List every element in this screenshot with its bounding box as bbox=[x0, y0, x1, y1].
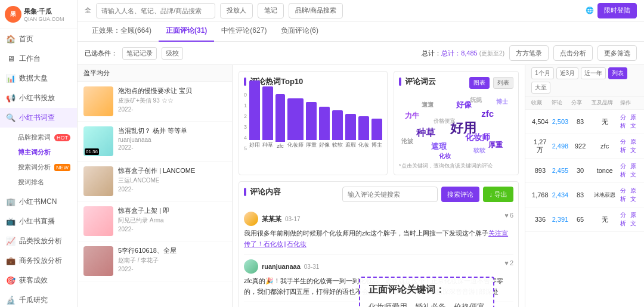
word-liuliu[interactable]: 遛遛 bbox=[422, 101, 434, 109]
filter-tag-level[interactable]: 级校 bbox=[162, 47, 183, 60]
bar-2[interactable] bbox=[275, 94, 285, 142]
stats-action-analyze-4[interactable]: 分析 bbox=[620, 211, 628, 228]
word-huazhuangshi[interactable]: 化妆师 bbox=[465, 132, 490, 143]
sidebar-item-databoard[interactable]: 📊 数据大盘 bbox=[0, 69, 77, 88]
word-houzhong[interactable]: 厚重 bbox=[488, 140, 503, 150]
product-item-4[interactable]: 5李行610618、全屋 赵南子 / 李花子 2022- bbox=[78, 241, 232, 281]
stats-action-text-3[interactable]: 原文 bbox=[630, 187, 638, 203]
stats-action-text-0[interactable]: 原文 bbox=[630, 113, 638, 130]
product-item-3[interactable]: 惊喜盒子上架 | 即 阿见已约录 Arma 2022- bbox=[78, 201, 232, 241]
bar-0[interactable] bbox=[249, 80, 260, 140]
word-jiage[interactable]: 价格便宜 bbox=[434, 117, 455, 125]
comment-header: 评论内容 搜索评论 ↓ 导出 bbox=[244, 187, 513, 202]
word-liniu[interactable]: 力牛 bbox=[405, 111, 419, 121]
stats-share-2: 30 bbox=[571, 167, 589, 174]
time-btn-list[interactable]: 列表 bbox=[608, 67, 627, 79]
filter-all-notes-btn[interactable]: 方方笔录 bbox=[509, 45, 549, 61]
filter-more-btn[interactable]: 更多筛选 bbox=[597, 45, 637, 61]
sidebar-item-put[interactable]: 📢 小红书投放 bbox=[0, 88, 77, 108]
word-boshi[interactable]: 博士 bbox=[496, 98, 508, 106]
comment-export-btn[interactable]: ↓ 导出 bbox=[483, 187, 513, 202]
bar-8[interactable] bbox=[358, 116, 369, 140]
stats-row-2: 893 2,455 30 tonce 分析 原文 bbox=[525, 159, 644, 183]
topbar: 全 投放人 笔记 品牌/商品搜索 🌐 限时登陆 bbox=[78, 0, 644, 21]
word-lunbo[interactable]: 沦波 bbox=[401, 137, 413, 145]
sidebar-item-mcn[interactable]: 🏢 小红书MCN bbox=[0, 192, 77, 212]
sidebar-item-search[interactable]: 🔍 小红书词查 bbox=[0, 108, 77, 128]
product-item-2[interactable]: 惊喜盒子创作 | LANCOME 三运LANCOME 2022- bbox=[78, 162, 232, 201]
product-img-4 bbox=[83, 246, 113, 276]
time-btn-1m[interactable]: 1个月 bbox=[531, 67, 554, 79]
bar-label-2: zfc bbox=[277, 143, 284, 149]
sidebar-item-commerce[interactable]: 💼 商务投放分析 bbox=[0, 251, 77, 271]
sidebar-sub-brand[interactable]: 品牌搜索词 HOT bbox=[13, 130, 77, 145]
comment-name-1: ruanjuanaaa bbox=[262, 263, 301, 270]
word-zhexia[interactable]: 遮瑕 bbox=[431, 141, 447, 152]
register-btn[interactable]: 限时登陆 bbox=[597, 3, 637, 18]
stats-action-analyze-0[interactable]: 分析 bbox=[620, 113, 628, 130]
stats-action-analyze-2[interactable]: 分析 bbox=[620, 162, 628, 179]
stats-brand-0: 无 bbox=[592, 117, 618, 126]
word-zhongcao[interactable]: 种草 bbox=[416, 127, 435, 139]
bar-6[interactable] bbox=[332, 110, 343, 140]
bar-9[interactable] bbox=[371, 119, 382, 140]
topbar-person-btn[interactable]: 投放人 bbox=[220, 3, 253, 18]
bar-label-6: 软软 bbox=[332, 141, 343, 149]
stats-brand-1: zfc bbox=[592, 142, 618, 150]
tab-positive[interactable]: 正面评论(31) bbox=[159, 21, 214, 42]
stats-action-analyze-1[interactable]: 分析 bbox=[620, 138, 628, 154]
stats-action-text-2[interactable]: 原文 bbox=[630, 162, 638, 179]
comment-section: 评论内容 搜索评论 ↓ 导出 某某某 bbox=[239, 181, 519, 307]
col-h-action: 操作 bbox=[620, 99, 638, 107]
product-item-0[interactable]: 泡泡点的慢慢要求让 宝贝 皮肤矿+美信 93 ☆☆ 2022- bbox=[78, 82, 232, 122]
bar-4[interactable] bbox=[306, 102, 317, 140]
product-item-1[interactable]: 01:36 当混乱切？ 杨并 等等单 ruanjuanaaa 2022- bbox=[78, 122, 232, 162]
topbar-brand-btn[interactable]: 品牌/商品搜索 bbox=[289, 3, 343, 18]
stats-col-headers: 收藏 评论 分享 互及品牌 操作 bbox=[525, 97, 644, 110]
time-btn-1y[interactable]: 近一年 bbox=[581, 67, 606, 79]
bar-7[interactable] bbox=[345, 114, 356, 140]
word-ruanruan[interactable]: 软软 bbox=[473, 147, 485, 155]
stats-action-text-4[interactable]: 原文 bbox=[630, 211, 638, 228]
bar-5[interactable] bbox=[319, 107, 330, 140]
bar-col-6: 软软 bbox=[332, 110, 343, 149]
sidebar-item-sell[interactable]: 🎯 获客成效 bbox=[0, 271, 77, 290]
sidebar-item-product-analysis[interactable]: 📈 品类投放分析 bbox=[0, 231, 77, 251]
wc-btn-list[interactable]: 列表 bbox=[493, 77, 513, 89]
bar-1[interactable] bbox=[262, 86, 273, 140]
sidebar-item-home[interactable]: 🏠 首页 bbox=[0, 29, 77, 49]
bar-3[interactable] bbox=[287, 98, 304, 140]
workspace-icon: 🖥 bbox=[6, 54, 16, 64]
hot-words-title: 评论热词Top10 bbox=[244, 76, 382, 87]
sidebar-item-workspace[interactable]: 🖥 工作台 bbox=[0, 49, 77, 69]
tab-all[interactable]: 正效果：全顾(664) bbox=[85, 21, 159, 42]
wc-btn-chart[interactable]: 图表 bbox=[469, 77, 490, 89]
topbar-note-btn[interactable]: 笔记 bbox=[258, 3, 284, 18]
comment-search-input[interactable] bbox=[342, 187, 438, 202]
globe-icon[interactable]: 🌐 bbox=[586, 7, 594, 14]
bar-chart-wrap: 5 4 3 2 1 0 好用 bbox=[244, 92, 382, 151]
sidebar-item-live[interactable]: 📺 小红书直播 bbox=[0, 212, 77, 231]
tab-negative[interactable]: 负面评论(6) bbox=[274, 21, 326, 42]
word-zfc[interactable]: zfc bbox=[481, 108, 494, 119]
stats-action-text-1[interactable]: 原文 bbox=[630, 138, 638, 154]
stats-share-3: 83 bbox=[571, 191, 589, 199]
tab-neutral[interactable]: 中性评论(627) bbox=[214, 21, 274, 42]
search-input[interactable] bbox=[96, 3, 215, 18]
comment-link-0[interactable]: 关注宣传了！石化妆||石化妆 bbox=[244, 230, 508, 247]
time-btn-big[interactable]: 大至 bbox=[531, 82, 550, 94]
sidebar-item-research[interactable]: 🔬 千瓜研究 bbox=[0, 290, 77, 307]
bar-col-5: 好像 bbox=[319, 107, 330, 149]
filter-tag-note[interactable]: 笔记记录 bbox=[122, 47, 157, 60]
stats-comment-0: 2,503 bbox=[552, 118, 569, 125]
comment-search-btn[interactable]: 搜索评论 bbox=[441, 187, 479, 202]
bar-col-2: zfc bbox=[275, 94, 285, 149]
time-btn-3m[interactable]: 近3月 bbox=[556, 67, 579, 79]
sidebar-sub-analysis[interactable]: 搜索词分析 NEW bbox=[13, 160, 77, 175]
filter-analysis-btn[interactable]: 点击分析 bbox=[553, 45, 593, 61]
word-huazhuang[interactable]: 化妆 bbox=[439, 152, 451, 160]
word-wuwei[interactable]: 妩娓 bbox=[470, 96, 482, 104]
sidebar-sub-blogger[interactable]: 博主词分析 bbox=[13, 145, 77, 160]
sidebar-sub-rank[interactable]: 搜词排名 bbox=[13, 175, 77, 190]
stats-action-analyze-3[interactable]: 分析 bbox=[620, 187, 628, 203]
